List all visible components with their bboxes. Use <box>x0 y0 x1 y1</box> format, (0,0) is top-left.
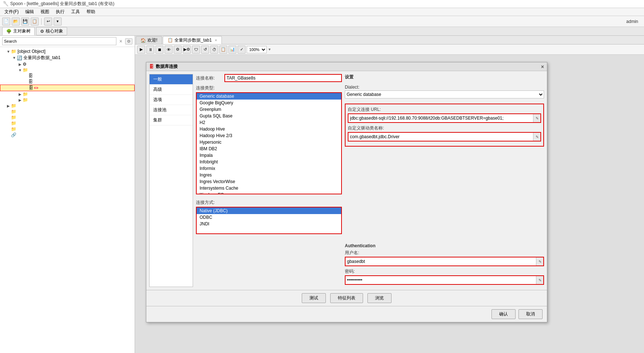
nav-pool[interactable]: 连接池 <box>150 105 193 115</box>
log-btn[interactable]: 📋 <box>219 46 227 54</box>
pause-btn[interactable]: ⏸ <box>146 46 154 54</box>
tree-toggle-hops[interactable]: ▶ <box>18 97 23 102</box>
conn-method-list[interactable]: Native (JDBC) ODBC JNDI <box>196 207 342 234</box>
nav-cluster[interactable]: 集群 <box>150 115 193 125</box>
nav-advanced[interactable]: 高级 <box>150 85 193 95</box>
password-input[interactable] <box>346 276 536 284</box>
hadoop-icon: 📁 <box>11 121 16 126</box>
conn-name-input[interactable] <box>224 74 342 82</box>
confirm-btn[interactable]: 确认 <box>491 309 516 319</box>
undo-btn[interactable]: ↩ <box>44 18 52 26</box>
tree-item-tar-gbase[interactable]: 🗄 <box>0 85 135 91</box>
tree-item-vfs[interactable]: 🔗 <box>0 132 135 138</box>
browse-btn[interactable]: 浏览 <box>367 293 392 303</box>
search-input[interactable] <box>2 37 116 45</box>
open-btn[interactable]: 📂 <box>12 18 20 26</box>
conn-type-label: 连接类型: <box>196 85 342 91</box>
perspective-core[interactable]: ⚙ 核心对象 <box>36 27 67 35</box>
menu-edit[interactable]: 编辑 <box>22 8 37 16</box>
tree-item-transforms[interactable]: ▼ 📁 [object Object] <box>0 49 135 54</box>
save-btn[interactable]: 💾 <box>21 18 29 26</box>
tree-toggle-sync[interactable]: ▼ <box>12 55 17 61</box>
dialog-close-btn[interactable]: × <box>541 64 544 70</box>
method-jndi[interactable]: JNDI <box>197 221 341 227</box>
tree-item-src-orcl[interactable]: 🗄 <box>0 79 135 85</box>
username-input[interactable] <box>346 257 536 265</box>
conn-type-generic[interactable]: Generic database <box>197 93 341 100</box>
tree-item-kettle-schemas[interactable]: 📁 <box>0 115 135 120</box>
tree-item-db-conn[interactable]: ▼ 📁 <box>0 67 135 73</box>
tab-sync-close[interactable]: × <box>215 38 217 42</box>
tree-item-steps[interactable]: ▶ 📁 <box>0 91 135 97</box>
dialect-select[interactable]: Generic database MySQL PostgreSQL Oracle <box>345 90 544 98</box>
custom-url-input[interactable] <box>348 114 533 122</box>
cancel-btn[interactable]: 取消 <box>518 309 543 319</box>
conn-type-greenplum[interactable]: Greenplum <box>197 106 341 113</box>
menu-view[interactable]: 视图 <box>38 8 52 16</box>
nav-options[interactable]: 选项 <box>150 95 193 105</box>
menu-tools[interactable]: 工具 <box>68 8 83 16</box>
custom-driver-icon[interactable]: ✎ <box>533 133 540 141</box>
menu-file[interactable]: 文件(F) <box>1 8 22 16</box>
tree-toggle-db[interactable]: ▼ <box>18 67 23 73</box>
check-btn[interactable]: ✓ <box>238 46 246 54</box>
conn-type-ingres-vw[interactable]: Ingres VectorWise <box>197 178 341 185</box>
nav-general[interactable]: 一般 <box>150 74 193 85</box>
custom-url-icon[interactable]: ✎ <box>533 114 540 122</box>
tree-item-src-gbase[interactable]: 🗄 <box>0 73 135 79</box>
tree-item-hadoop[interactable]: 📁 <box>0 120 135 126</box>
conn-type-hive[interactable]: Hadoop Hive <box>197 126 341 132</box>
conn-type-infobright[interactable]: Infobright <box>197 159 341 165</box>
search-clear-icon[interactable]: × <box>118 38 124 44</box>
menu-run[interactable]: 执行 <box>53 8 68 16</box>
conn-type-informix[interactable]: Informix <box>197 165 341 172</box>
conn-type-ibmdb2[interactable]: IBM DB2 <box>197 146 341 152</box>
tree-toggle-transforms[interactable]: ▼ <box>6 49 11 54</box>
conn-type-hive23[interactable]: Hadoop Hive 2/3 <box>197 132 341 139</box>
features-btn[interactable]: 特征列表 <box>330 293 363 303</box>
zoom-select[interactable]: 100% 50% 75% 125% 150% 200% <box>247 46 267 53</box>
tree-item-hops[interactable]: ▶ 📁 <box>0 97 135 103</box>
conn-type-ingres[interactable]: Ingres <box>197 172 341 178</box>
play-btn[interactable]: ▶ <box>137 46 145 54</box>
run-config-btn[interactable]: ⚙ <box>174 46 182 54</box>
new-btn[interactable]: 📄 <box>2 18 10 26</box>
data-btn[interactable]: 📊 <box>228 46 236 54</box>
perspective-main[interactable]: 🌳 主对象树 <box>2 27 35 35</box>
method-odbc[interactable]: ODBC <box>197 214 341 221</box>
zoom-dropdown[interactable]: ▾ <box>269 47 271 52</box>
tree-item-sync-tab1[interactable]: ▼ 🔄 全量同步数据_tab1 <box>0 54 135 61</box>
custom-driver-input[interactable] <box>348 133 533 141</box>
tree-toggle-db-schemas[interactable]: ▶ <box>6 103 11 108</box>
replay-btn[interactable]: ↺ <box>201 46 209 54</box>
conn-type-intersystems[interactable]: Intersystems Cache <box>197 185 341 191</box>
conn-type-impala[interactable]: Impala <box>197 152 341 159</box>
safe-mode-btn[interactable]: 🛡 <box>192 46 200 54</box>
search-options-btn[interactable]: ⚙ <box>125 38 132 44</box>
conn-type-list[interactable]: Generic database Google BigQuery Greenpl… <box>196 92 342 194</box>
conn-type-gupta[interactable]: Gupta SQL Base <box>197 113 341 119</box>
method-native[interactable]: Native (JDBC) <box>197 207 341 214</box>
conn-type-h2[interactable]: H2 <box>197 119 341 126</box>
conn-type-kingbase[interactable]: KingbaseES <box>197 191 341 194</box>
preview-btn[interactable]: 👁 <box>165 46 173 54</box>
username-icon[interactable]: ✎ <box>536 257 543 265</box>
tree-item-db-schemas[interactable]: ▶ 📁 <box>0 103 135 109</box>
conn-type-hypersonic[interactable]: Hypersonic <box>197 139 341 146</box>
stop-btn[interactable]: ⏹ <box>155 46 163 54</box>
password-icon[interactable]: ✎ <box>536 276 543 284</box>
timer-btn[interactable]: ⏱ <box>210 46 218 54</box>
tree-item-run-config[interactable]: ▶ ⚙ <box>0 61 135 67</box>
tree-item-sub-servers[interactable]: 📁 <box>0 109 135 115</box>
run-options-btn[interactable]: ▶⚙ <box>183 46 191 54</box>
save-as-btn[interactable]: 📋 <box>31 18 39 26</box>
tree-item-data-services[interactable]: 📁 <box>0 126 135 132</box>
tab-sync[interactable]: 📋 全量同步数据_tab1 × <box>163 36 221 44</box>
menu-help[interactable]: 帮助 <box>84 8 98 16</box>
conn-type-bigquery[interactable]: Google BigQuery <box>197 100 341 106</box>
dropdown-btn[interactable]: ▾ <box>54 18 62 26</box>
tree-toggle-run[interactable]: ▶ <box>18 62 23 67</box>
tree-toggle-steps[interactable]: ▶ <box>18 92 23 97</box>
tab-welcome[interactable]: 🏠 欢迎! <box>136 36 162 44</box>
test-btn[interactable]: 测试 <box>302 293 326 303</box>
